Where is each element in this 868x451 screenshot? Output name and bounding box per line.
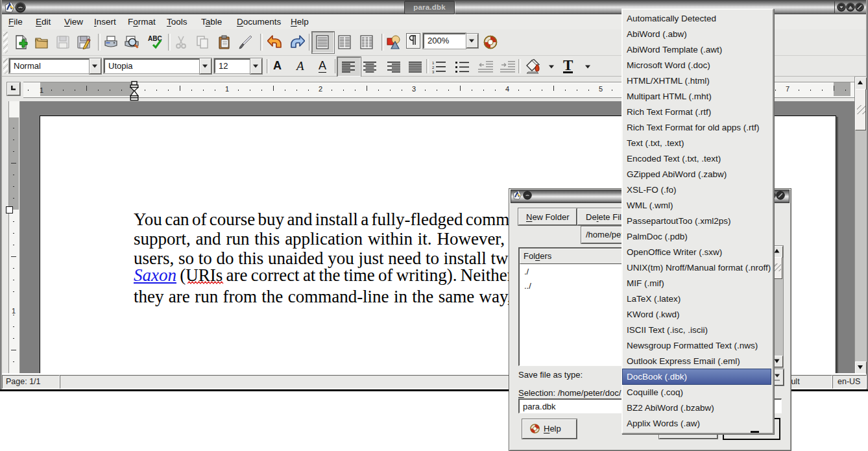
svg-text:2: 2 — [432, 66, 435, 69]
svg-text:3: 3 — [432, 70, 435, 74]
svg-text:1: 1 — [432, 61, 435, 65]
